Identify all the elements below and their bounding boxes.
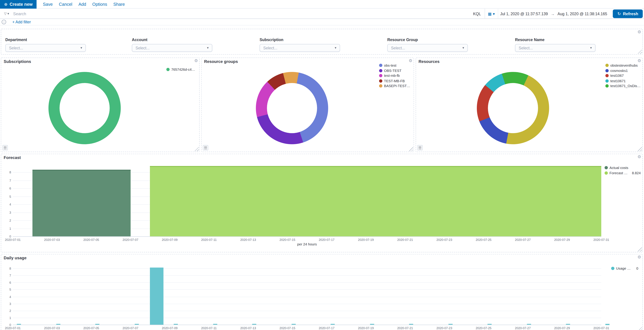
- resource-groups-donut-chart[interactable]: [256, 72, 328, 144]
- legend-dot-icon: [604, 171, 608, 175]
- panel-gear-icon[interactable]: ⚙: [638, 30, 641, 34]
- control-subscription: Subscription Select... ▾: [260, 37, 340, 52]
- chevron-down-icon: ▾: [207, 46, 209, 50]
- legend-dot-icon: [606, 74, 609, 77]
- legend-toggle-button[interactable]: [203, 145, 208, 151]
- legend-item[interactable]: TEST-MB-FB: [379, 78, 411, 83]
- legend-toggle-button[interactable]: [417, 145, 423, 151]
- add-button[interactable]: Add: [78, 2, 86, 7]
- resource-group-select[interactable]: Select... ▾: [387, 44, 468, 52]
- date-range-start[interactable]: Jul 1, 2020 @ 11:37:57.139: [498, 11, 550, 16]
- legend-dot-icon: [379, 79, 382, 82]
- department-select[interactable]: Select... ▾: [6, 44, 86, 52]
- y-axis-tick: 5: [2, 288, 11, 292]
- x-axis-tick: 2020-07-17: [316, 326, 337, 330]
- x-axis-tick: 2020-07-07: [120, 326, 141, 330]
- subscription-select[interactable]: Select... ▾: [260, 44, 340, 52]
- legend-toggle-button[interactable]: [2, 145, 8, 151]
- panel-resize-handle[interactable]: [638, 147, 642, 151]
- options-button[interactable]: Options: [92, 2, 107, 7]
- legend-item[interactable]: test10671_OsDisk_1_…: [606, 83, 641, 89]
- legend-label: BASEPI-TESTING: [384, 84, 411, 88]
- control-label: Resource Name: [515, 37, 596, 42]
- filter-options-icon[interactable]: ▽: [2, 20, 6, 24]
- panel-gear-icon[interactable]: ⚙: [638, 255, 641, 259]
- resources-donut-chart[interactable]: [477, 72, 549, 144]
- usage-bar: [606, 324, 610, 325]
- x-axis-tick: 2020-07-17: [316, 238, 337, 242]
- refresh-button[interactable]: ↻ Refresh: [613, 9, 643, 18]
- legend-item[interactable]: Forecast costs8.824: [604, 170, 641, 175]
- kql-button[interactable]: KQL: [470, 11, 484, 16]
- saved-query-menu-button[interactable]: ▽ ▾: [0, 9, 13, 19]
- panel-gear-icon[interactable]: ⚙: [638, 58, 641, 63]
- legend-item[interactable]: OBS-TEST: [379, 68, 411, 73]
- legend-label: OBS-TEST: [384, 69, 402, 73]
- subscriptions-legend: 7657426d-c4c3-44…: [166, 67, 197, 72]
- donut-hole: [488, 83, 538, 133]
- date-quick-select-button[interactable]: ▦ ▾: [485, 9, 498, 19]
- legend-item[interactable]: 7657426d-c4c3-44…: [166, 67, 197, 72]
- share-button[interactable]: Share: [113, 2, 125, 7]
- x-axis-tick: 2020-07-05: [81, 238, 102, 242]
- panel-resize-handle[interactable]: [638, 49, 642, 54]
- add-filter-button[interactable]: + Add filter: [12, 20, 31, 24]
- daily-usage-legend: Usage Details0: [611, 266, 638, 271]
- legend-item[interactable]: BASEPI-TESTING: [379, 83, 411, 89]
- legend-label: cosmosks1: [610, 69, 628, 73]
- x-axis-tick: 2020-07-13: [238, 326, 258, 330]
- legend-item[interactable]: test-mb-fb: [379, 73, 411, 78]
- legend-item[interactable]: cosmosks1: [606, 68, 641, 73]
- subscriptions-donut-chart[interactable]: [48, 72, 121, 144]
- legend-item[interactable]: Usage Details0: [611, 266, 638, 271]
- filter-bar: ▽ + Add filter: [0, 19, 644, 26]
- search-input[interactable]: [13, 9, 470, 19]
- control-resource-name: Resource Name Select... ▾: [515, 37, 596, 52]
- control-label: Department: [6, 37, 86, 42]
- account-select[interactable]: Select... ▾: [132, 44, 212, 52]
- select-placeholder: Select...: [263, 46, 278, 50]
- date-range-end[interactable]: Aug 1, 2020 @ 11:38:14.165: [556, 11, 609, 16]
- donut-hole: [60, 83, 110, 133]
- panel-gear-icon[interactable]: ⚙: [638, 155, 641, 159]
- save-button[interactable]: Save: [43, 2, 53, 7]
- resource-name-select[interactable]: Select... ▾: [515, 44, 596, 52]
- forecast-plot-area[interactable]: 0123456782020-07-012020-07-032020-07-052…: [13, 165, 601, 237]
- legend-item[interactable]: test1067: [606, 73, 641, 78]
- panel-resize-handle[interactable]: [409, 147, 413, 151]
- panel-gear-icon[interactable]: ⚙: [194, 58, 198, 63]
- legend-dot-icon: [379, 69, 382, 72]
- dashboard-grid: ⚙ Department Select... ▾ Account Select.…: [0, 26, 644, 330]
- control-label: Subscription: [260, 37, 340, 42]
- panel-gear-icon[interactable]: ⚙: [409, 58, 412, 63]
- x-axis-tick: 2020-07-03: [42, 326, 62, 330]
- forecast-legend: Actual costsForecast costs8.824: [604, 165, 641, 176]
- y-axis-tick: 4: [2, 203, 11, 206]
- create-new-button[interactable]: ⊕ Create new: [0, 0, 37, 9]
- resource-groups-legend: obs-testOBS-TESTtest-mb-fbTEST-MB-FBBASE…: [379, 63, 411, 89]
- y-axis-tick: 3: [2, 211, 11, 214]
- x-axis-tick: 2020-07-19: [356, 238, 376, 242]
- chevron-down-icon: ▾: [493, 11, 495, 16]
- panel-forecast: Forecast ⚙ 0123456782020-07-012020-07-03…: [1, 154, 643, 252]
- legend-label: test-mb-fb: [384, 74, 400, 78]
- legend-item[interactable]: Actual costs: [604, 165, 641, 170]
- cancel-button[interactable]: Cancel: [59, 2, 72, 7]
- panel-resize-handle[interactable]: [194, 147, 199, 151]
- daily_usage-plot-area[interactable]: 0123456782020-07-012020-07-032020-07-052…: [13, 267, 601, 325]
- list-icon: [4, 146, 6, 149]
- legend-item[interactable]: obs-test: [379, 63, 411, 68]
- panel-title: Daily usage: [4, 256, 26, 260]
- legend-item[interactable]: obstesteventhubs: [606, 63, 641, 68]
- y-axis-tick: 5: [2, 195, 11, 198]
- list-icon: [204, 146, 207, 149]
- chevron-down-icon: ▾: [462, 46, 464, 50]
- x-axis-tick: 2020-07-27: [512, 238, 533, 242]
- legend-dot-icon: [379, 64, 382, 67]
- x-axis-tick: 2020-07-11: [198, 238, 219, 242]
- chevron-down-icon: ▾: [8, 12, 9, 16]
- legend-label: test10671: [610, 79, 626, 83]
- legend-dot-icon: [604, 166, 608, 169]
- legend-item[interactable]: test10671: [606, 78, 641, 83]
- y-axis-tick: 1: [2, 316, 11, 320]
